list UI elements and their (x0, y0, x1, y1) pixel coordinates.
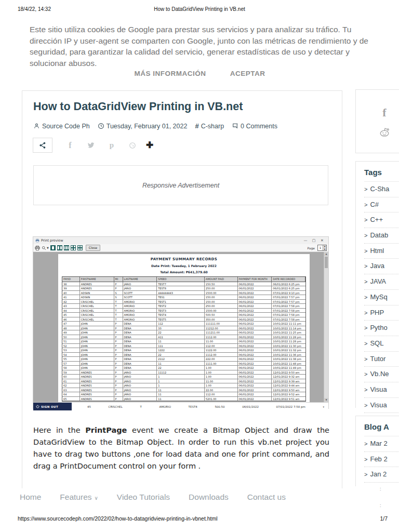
reddit-icon[interactable] (379, 127, 390, 137)
tag-link[interactable]: >Visua (364, 398, 399, 414)
report-row: 50JOHN PDENA A111112.00 06/01/202210/01/… (62, 335, 305, 340)
facebook-page-button[interactable]: f (382, 106, 386, 119)
page-spinner-arrows[interactable]: ▲▼ (323, 245, 326, 250)
chevron-right-icon: > (364, 248, 367, 254)
tag-link[interactable]: >Html (364, 244, 399, 259)
scroll-down-icon[interactable]: ▼ (324, 398, 328, 402)
grid-cell: 45 (87, 405, 91, 408)
author-label: Source Code Ph (42, 123, 90, 130)
tag-link[interactable]: >SQL (364, 336, 399, 352)
maximize-button[interactable]: ▢ (310, 238, 318, 243)
column-header: DATE RECORDED (272, 277, 305, 282)
report-date-line: Date Print: Tuesday, 1 February 2022 (58, 264, 310, 268)
tag-link[interactable]: >MySq (364, 290, 399, 305)
zoom-button[interactable]: ▼ (42, 246, 49, 250)
tag-link[interactable]: >Visua (364, 382, 399, 398)
report-row: 49JOHN PDENA 22111211.00 06/01/202210/01… (62, 330, 305, 335)
tag-link[interactable]: >Vb.Ne (364, 367, 399, 382)
article-card: How to DataGridView Printing in VB.net S… (22, 90, 342, 488)
strip-dropdown-icon[interactable]: ▾ (323, 405, 324, 408)
scroll-up-icon[interactable]: ▲ (324, 252, 328, 256)
column-header: MI (114, 277, 123, 282)
nav-downloads[interactable]: Downloads (189, 493, 229, 502)
chevron-right-icon: > (364, 340, 367, 347)
power-icon (36, 405, 39, 408)
nav-video-tutorials[interactable]: Video Tutorials (117, 493, 170, 502)
tags-list: >C-Sha>C#>C++>Datab>Html>Java>JAVA>MySq>… (364, 182, 399, 413)
close-window-button[interactable]: ✕ (318, 238, 326, 243)
report-row: 44CRISCHEL TAMORIO TEST31500.00 06/01/20… (62, 309, 305, 313)
report-row: 41ADSKN SSCOTT TES1150.00 06/01/202207/0… (62, 295, 305, 300)
preview-scrollbar[interactable]: ▲ ▼ (324, 252, 328, 402)
clipped-sidebar-fragment: : (380, 486, 381, 491)
chevron-right-icon: > (364, 471, 367, 477)
tag-label: C-sharp (201, 123, 224, 130)
sidebar-social-card: f (355, 89, 399, 153)
report-document: PAYMENT SUMMARY RECORDS Date Print: Tues… (58, 254, 310, 402)
chevron-right-icon: > (364, 202, 367, 208)
spin-down-icon[interactable]: ▼ (324, 248, 326, 250)
chevron-down-icon: ∨ (95, 495, 98, 501)
nav-contact-us[interactable]: Contact us (247, 493, 286, 502)
person-icon (33, 123, 40, 129)
author-item[interactable]: Source Code Ph (33, 123, 90, 130)
nav-features[interactable]: Features∨ (60, 493, 98, 502)
three-pages-icon[interactable] (64, 245, 69, 250)
two-pages-icon[interactable] (57, 245, 62, 250)
report-row: 52JOHN PDENA 111112.00 06/01/202210/01/2… (62, 344, 305, 349)
spin-up-icon[interactable]: ▲ (324, 245, 326, 247)
nav-home[interactable]: Home (20, 493, 41, 502)
grid-cell: AMORIO (159, 405, 171, 408)
one-page-icon[interactable] (50, 245, 56, 250)
tag-link[interactable]: >Datab (364, 228, 399, 244)
tag-link[interactable]: >JAVA (364, 274, 399, 290)
column-header: PAYID (62, 277, 80, 282)
ad-label: Responsive Advertisement (142, 182, 219, 189)
cookie-actions: MÁS INFORMACIÓN ACEPTAR (30, 69, 370, 78)
share-button[interactable] (33, 138, 52, 153)
archive-link[interactable]: >Jan 2 (364, 467, 399, 483)
facebook-icon: f (69, 141, 71, 150)
grid-cell: T (140, 405, 141, 408)
whatsapp-share-button[interactable] (122, 142, 143, 149)
comments-item[interactable]: 0 Comments (232, 123, 277, 130)
window-titlebar[interactable]: Print preview — ▢ ✕ (33, 237, 328, 244)
more-share-button[interactable]: ✚ (146, 140, 153, 151)
tag-link[interactable]: >C-Sha (364, 182, 399, 197)
tag-link[interactable]: >Pytho (364, 321, 399, 336)
tag-link[interactable]: >C# (364, 197, 399, 213)
report-row: 60ANDRES PJARIO 11.00 06/01/202212/01/20… (62, 375, 305, 379)
chevron-right-icon: > (364, 278, 367, 285)
chevron-right-icon: > (364, 232, 367, 238)
grid-cell: 07/01/2022 7:58 pm (276, 405, 305, 408)
tag-item[interactable]: # C-sharp (195, 122, 224, 130)
sidebar-tags-card: Tags >C-Sha>C#>C++>Datab>Html>Java>JAVA>… (355, 161, 399, 408)
close-preview-button[interactable]: Close (86, 245, 100, 251)
tag-link[interactable]: >Tutor (364, 352, 399, 367)
scrollbar-thumb[interactable] (325, 257, 328, 268)
print-button[interactable] (35, 246, 40, 250)
tag-link[interactable]: >Java (364, 259, 399, 274)
tag-link[interactable]: >C++ (364, 212, 399, 228)
sign-out-button[interactable]: SIGN OUT (33, 403, 72, 410)
twitter-share-button[interactable] (81, 142, 101, 149)
facebook-share-button[interactable]: f (60, 141, 81, 150)
page-spinner[interactable]: 1 ▲▼ (317, 245, 327, 251)
cookie-more-info-button[interactable]: MÁS INFORMACIÓN (134, 70, 206, 77)
four-pages-icon[interactable] (71, 245, 76, 250)
magnifier-icon (42, 246, 46, 250)
hash-icon: # (195, 122, 198, 130)
clipped-sidebar-fragment: : (380, 503, 381, 508)
share-icon (39, 142, 46, 149)
report-row: 46CRISCHEL TAMORIO TEST5350.00 06/01/202… (62, 317, 305, 322)
pinterest-share-button[interactable]: p (101, 141, 122, 150)
report-rows: 38ANDRES PJARIO TEST7150.50 06/01/202206… (62, 282, 305, 402)
zoom-dropdown-arrow-icon[interactable]: ▼ (47, 246, 49, 249)
six-pages-icon[interactable] (77, 245, 83, 250)
tag-link[interactable]: >PHP (364, 305, 399, 321)
grid-cell: 500.50 (215, 405, 224, 408)
cookie-accept-button[interactable]: ACEPTAR (230, 70, 265, 77)
archive-link[interactable]: >Feb 2 (364, 452, 399, 468)
minimize-button[interactable]: — (301, 238, 310, 243)
archive-link[interactable]: >Mar 2 (364, 436, 399, 452)
